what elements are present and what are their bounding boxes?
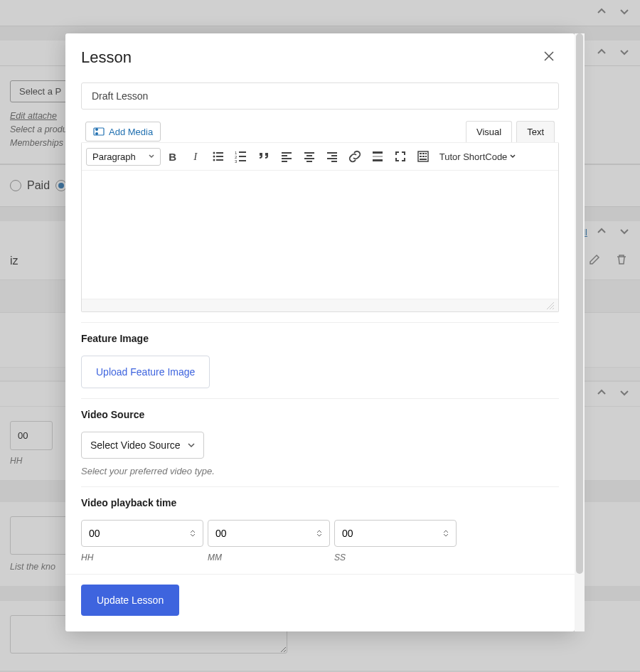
svg-rect-33: [425, 153, 427, 154]
svg-point-1: [95, 128, 98, 131]
svg-rect-21: [304, 158, 314, 159]
svg-rect-20: [306, 155, 312, 156]
svg-rect-29: [373, 159, 383, 161]
align-left-button[interactable]: [276, 146, 297, 167]
align-center-button[interactable]: [299, 146, 320, 167]
modal-scrollbar[interactable]: [575, 33, 585, 631]
svg-rect-15: [282, 152, 292, 154]
number-spinner[interactable]: [443, 529, 449, 538]
lesson-modal: Lesson Add Media Visual Text: [65, 33, 575, 631]
number-list-button[interactable]: 123: [230, 146, 252, 167]
feature-image-heading: Feature Image: [81, 333, 559, 344]
modal-title: Lesson: [81, 48, 132, 67]
align-center-icon: [303, 150, 316, 163]
resize-icon: [547, 302, 554, 309]
media-icon: [93, 126, 105, 137]
playback-mm-input[interactable]: [215, 528, 316, 539]
svg-rect-8: [216, 159, 223, 161]
chevron-down-icon: [510, 154, 516, 159]
svg-rect-12: [239, 156, 246, 157]
upload-feature-image-button[interactable]: Upload Feature Image: [81, 356, 210, 388]
svg-rect-27: [373, 151, 383, 154]
svg-rect-25: [327, 158, 337, 159]
add-media-label: Add Media: [109, 127, 153, 137]
playback-time-heading: Video playback time: [81, 497, 559, 508]
number-spinner[interactable]: [316, 529, 322, 538]
svg-text:3: 3: [235, 159, 238, 163]
toolbar-toggle-button[interactable]: [412, 146, 434, 167]
svg-point-7: [213, 159, 215, 161]
fullscreen-button[interactable]: [390, 146, 411, 167]
video-source-helper: Select your preferred video type.: [81, 466, 559, 476]
chevron-down-icon: [188, 442, 195, 449]
editor-resize-handle[interactable]: [82, 299, 558, 311]
readmore-icon: [371, 150, 384, 163]
align-right-button[interactable]: [321, 146, 343, 167]
toolbar-toggle-icon: [417, 150, 430, 163]
svg-rect-16: [282, 155, 287, 156]
add-media-button[interactable]: Add Media: [85, 122, 161, 142]
link-icon: [348, 150, 361, 163]
svg-rect-22: [306, 161, 312, 162]
editor-content-area[interactable]: [82, 171, 558, 299]
format-select[interactable]: Paragraph: [86, 148, 161, 166]
svg-point-5: [213, 156, 215, 158]
align-left-icon: [280, 150, 293, 163]
svg-rect-6: [216, 156, 223, 157]
close-button[interactable]: [539, 46, 559, 68]
video-source-heading: Video Source: [81, 409, 559, 420]
playback-hh-input[interactable]: [89, 528, 190, 539]
hh-unit-label: HH: [81, 553, 203, 562]
svg-rect-18: [282, 161, 287, 162]
svg-point-2: [95, 132, 98, 135]
lesson-title-input[interactable]: [81, 82, 559, 110]
quote-icon: [257, 150, 270, 163]
readmore-button[interactable]: [367, 146, 388, 167]
bold-button[interactable]: B: [162, 146, 183, 167]
mm-unit-label: MM: [208, 553, 330, 562]
number-list-icon: 123: [235, 150, 247, 163]
blockquote-button[interactable]: [253, 146, 274, 167]
svg-rect-32: [422, 153, 425, 154]
svg-rect-28: [373, 156, 383, 157]
svg-rect-26: [331, 161, 337, 162]
svg-rect-19: [304, 152, 314, 154]
svg-rect-36: [425, 156, 427, 157]
svg-point-3: [213, 152, 215, 154]
chevron-down-icon: [149, 154, 154, 159]
align-right-icon: [326, 150, 338, 163]
ss-unit-label: SS: [334, 553, 457, 562]
fullscreen-icon: [394, 150, 407, 163]
video-source-select[interactable]: Select Video Source: [81, 432, 204, 459]
svg-rect-37: [420, 159, 427, 160]
svg-rect-4: [216, 152, 223, 154]
text-tab[interactable]: Text: [516, 121, 555, 142]
close-icon: [542, 49, 556, 63]
italic-button[interactable]: I: [185, 146, 206, 167]
tutor-shortcode-dropdown[interactable]: Tutor ShortCode: [439, 151, 516, 162]
bullet-list-button[interactable]: [208, 146, 229, 167]
svg-rect-24: [331, 155, 337, 156]
svg-rect-31: [420, 153, 422, 154]
link-button[interactable]: [344, 146, 366, 167]
visual-tab[interactable]: Visual: [466, 121, 512, 142]
svg-rect-23: [327, 152, 337, 154]
bullet-list-icon: [212, 150, 225, 163]
svg-rect-17: [282, 158, 292, 159]
svg-rect-35: [422, 156, 425, 157]
playback-ss-input[interactable]: [342, 528, 443, 539]
update-lesson-button[interactable]: Update Lesson: [81, 585, 179, 616]
number-spinner[interactable]: [190, 529, 196, 538]
modal-overlay: Lesson Add Media Visual Text: [0, 0, 640, 672]
svg-rect-34: [420, 156, 422, 157]
svg-rect-14: [239, 160, 246, 161]
svg-rect-10: [239, 151, 246, 153]
